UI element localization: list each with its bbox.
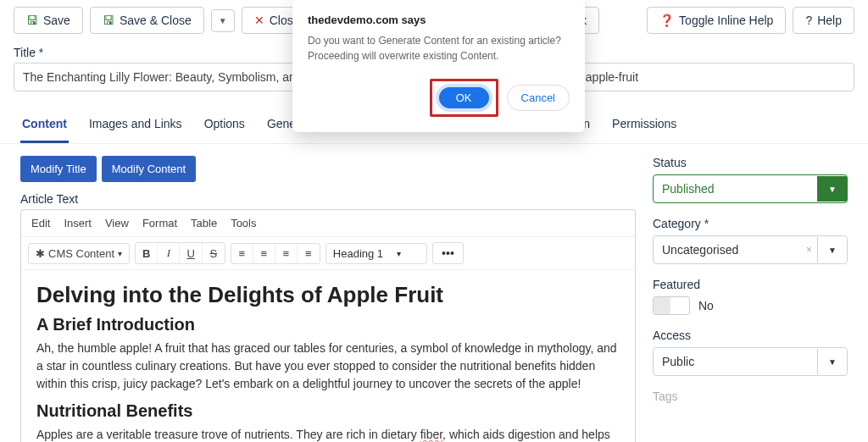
access-dropdown-toggle[interactable]: ▼ [817,349,847,374]
menu-format[interactable]: Format [142,217,177,229]
save-close-label: Save & Close [120,14,192,27]
save-button[interactable]: 🖫Save [14,7,83,34]
editor-toolbar: ✱CMS Content▾ B I U S ≡ ≡ ≡ ≡ Heading 1▾… [21,237,635,270]
category-clear-icon[interactable]: × [801,244,817,256]
align-right-button[interactable]: ≡ [275,244,298,263]
heading-select[interactable]: Heading 1▾ [326,243,427,264]
chevron-down-icon: ▾ [397,249,401,258]
tab-options[interactable]: Options [203,108,247,143]
dialog-cancel-button[interactable]: Cancel [507,85,570,111]
dialog-message: Do you want to Generate Content for an e… [308,33,570,64]
confirm-dialog: thedevdemo.com says Do you want to Gener… [292,0,585,132]
save-dropdown-toggle[interactable]: ▼ [211,9,235,32]
italic-button[interactable]: I [158,243,180,263]
align-center-button[interactable]: ≡ [253,244,275,263]
dialog-ok-highlight: OK [430,79,498,117]
category-select[interactable]: Uncategorised × ▼ [653,235,848,264]
modify-content-button[interactable]: Modify Content [102,156,196,182]
tab-permissions[interactable]: Permissions [610,108,678,143]
joomla-icon: ✱ [36,247,45,260]
tab-images-links[interactable]: Images and Links [87,108,184,143]
featured-toggle[interactable] [653,296,690,315]
menu-edit[interactable]: Edit [31,217,50,229]
main-area: Modify Title Modify Content Article Text… [0,144,868,442]
modify-title-button[interactable]: Modify Title [20,156,97,182]
save-icon: 🖫 [26,14,38,27]
doc-p2: Apples are a veritable treasure trove of… [36,426,620,442]
chevron-down-icon: ▼ [828,185,837,194]
doc-h2-benefits: Nutritional Benefits [36,401,620,421]
featured-no-text: No [698,299,714,312]
question-circle-icon: ❓ [659,14,674,27]
chevron-down-icon: ▼ [219,16,227,25]
strikethrough-button[interactable]: S [203,243,225,263]
category-dropdown-toggle[interactable]: ▼ [817,237,847,262]
doc-h2-intro: A Brief Introduction [36,315,620,334]
editor-document[interactable]: Delving into the Delights of Apple Fruit… [21,270,635,442]
toggle-help-label: Toggle Inline Help [679,14,773,27]
editor-menubar: Edit Insert View Format Table Tools [21,210,635,237]
doc-p1: Ah, the humble apple! A fruit that has g… [36,340,620,393]
menu-tools[interactable]: Tools [231,217,256,229]
menu-insert[interactable]: Insert [64,217,92,229]
dialog-title: thedevdemo.com says [308,14,570,26]
chevron-down-icon: ▾ [118,249,122,258]
category-label: Category * [653,217,848,230]
underline-button[interactable]: U [180,243,202,263]
sidebar: Status Published ▼ Category * Uncategori… [653,156,848,442]
more-toolbar-button[interactable]: ••• [432,242,464,264]
chevron-down-icon: ▼ [828,246,837,255]
status-select[interactable]: Published ▼ [653,174,848,203]
question-icon: ? [805,14,812,27]
close-icon: ✕ [254,14,264,27]
align-left-button[interactable]: ≡ [231,244,253,263]
status-dropdown-toggle[interactable]: ▼ [817,176,847,202]
toggle-help-button[interactable]: ❓Toggle Inline Help [647,7,786,34]
status-label: Status [653,156,848,169]
help-button[interactable]: ?Help [793,7,854,34]
menu-table[interactable]: Table [191,217,217,229]
chevron-down-icon: ▼ [828,357,837,367]
menu-view[interactable]: View [105,217,129,229]
tab-content[interactable]: Content [20,108,69,143]
featured-label: Featured [653,278,848,291]
doc-h1: Delving into the Delights of Apple Fruit [36,282,620,308]
article-text-label: Article Text [20,192,636,206]
save-close-button[interactable]: 🖫Save & Close [90,7,204,34]
access-select[interactable]: Public ▼ [653,347,848,376]
bold-button[interactable]: B [136,243,158,263]
cms-content-button[interactable]: ✱CMS Content▾ [29,244,129,263]
ellipsis-icon: ••• [442,246,454,260]
dialog-ok-button[interactable]: OK [436,84,492,112]
save-icon: 🖫 [103,14,114,27]
align-justify-button[interactable]: ≡ [298,244,320,263]
save-label: Save [43,14,70,27]
editor-container: Edit Insert View Format Table Tools ✱CMS… [20,209,636,442]
help-label: Help [817,14,842,27]
access-label: Access [653,329,848,342]
tags-label: Tags [653,390,848,403]
